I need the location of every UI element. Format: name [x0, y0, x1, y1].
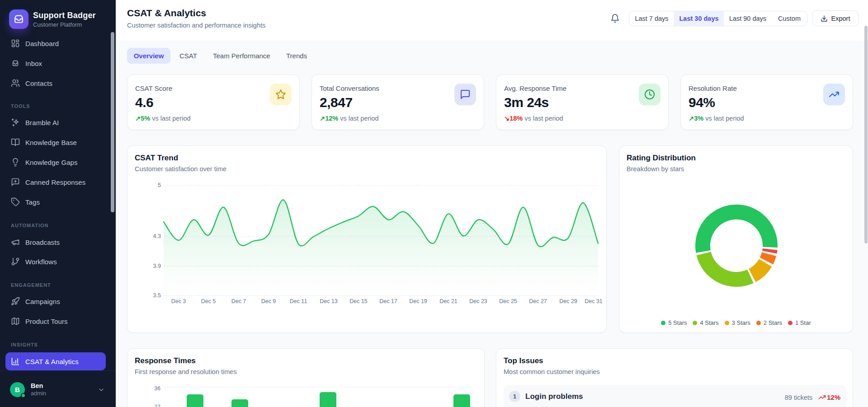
svg-text:Dec 7: Dec 7 — [231, 298, 246, 304]
svg-text:Dec 9: Dec 9 — [261, 298, 276, 304]
svg-text:Dec 11: Dec 11 — [290, 298, 307, 304]
svg-text:Dec 17: Dec 17 — [379, 298, 397, 304]
svg-text:Dec 13: Dec 13 — [320, 298, 338, 304]
svg-text:Dec 3: Dec 3 — [171, 298, 186, 304]
svg-text:3.9: 3.9 — [153, 263, 161, 269]
svg-text:Dec 31: Dec 31 — [585, 298, 603, 304]
svg-text:Dec 29: Dec 29 — [559, 298, 577, 304]
svg-text:Dec 21: Dec 21 — [439, 298, 458, 304]
svg-text:5: 5 — [158, 182, 161, 188]
svg-text:Dec 5: Dec 5 — [201, 298, 216, 304]
svg-text:Dec 25: Dec 25 — [499, 298, 517, 304]
svg-text:27: 27 — [154, 404, 160, 407]
svg-text:Dec 23: Dec 23 — [469, 298, 487, 304]
svg-text:Dec 27: Dec 27 — [529, 298, 547, 304]
svg-text:4.3: 4.3 — [153, 233, 161, 239]
svg-text:3.5: 3.5 — [153, 292, 161, 299]
svg-text:36: 36 — [154, 385, 160, 392]
svg-text:Dec 15: Dec 15 — [349, 298, 368, 304]
svg-text:Dec 19: Dec 19 — [409, 298, 427, 304]
